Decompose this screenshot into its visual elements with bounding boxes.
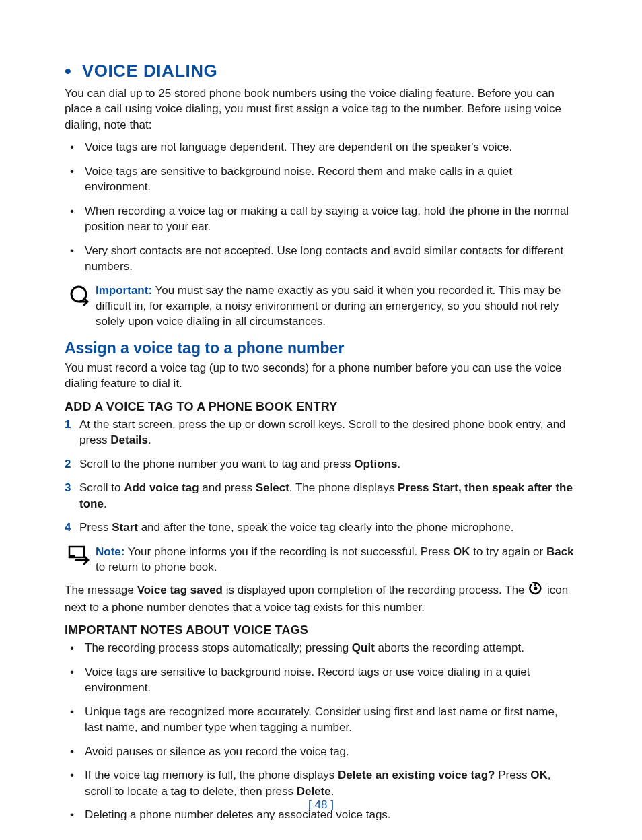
list-item: Voice tags are sensitive to background n… — [70, 664, 577, 696]
notes-bullet-list: The recording process stops automaticall… — [65, 640, 577, 823]
assign-heading: Assign a voice tag to a phone number — [65, 339, 577, 357]
important-icon — [65, 283, 96, 307]
list-item: Unique tags are recognized more accurate… — [70, 704, 577, 736]
step-item: Scroll to the phone number you want to t… — [65, 456, 577, 472]
voice-tag-icon — [529, 582, 542, 599]
notes-heading: IMPORTANT NOTES ABOUT VOICE TAGS — [65, 623, 577, 637]
section-heading-row: • VOICE DIALING — [65, 61, 577, 85]
list-item: Avoid pauses or silence as you record th… — [70, 744, 577, 759]
note-callout: Note: Your phone informs you if the reco… — [65, 544, 577, 575]
important-label: Important: — [96, 284, 152, 297]
note-text: Note: Your phone informs you if the reco… — [96, 544, 577, 575]
list-item: Voice tags are not language dependent. T… — [70, 139, 577, 155]
assign-intro: You must record a voice tag (up to two s… — [65, 360, 577, 392]
section-heading: VOICE DIALING — [82, 61, 218, 81]
list-item: When recording a voice tag or making a c… — [70, 203, 577, 235]
add-heading: ADD A VOICE TAG TO A PHONE BOOK ENTRY — [65, 400, 577, 414]
step-item: Scroll to Add voice tag and press Select… — [65, 480, 577, 512]
important-body: You must say the name exactly as you sai… — [96, 284, 561, 328]
important-text: Important: You must say the name exactly… — [96, 283, 577, 330]
important-callout: Important: You must say the name exactly… — [65, 283, 577, 330]
svg-rect-2 — [69, 555, 75, 557]
list-item: If the voice tag memory is full, the pho… — [70, 767, 577, 799]
document-page: • VOICE DIALING You can dial up to 25 st… — [0, 0, 642, 840]
list-item: Voice tags are sensitive to background n… — [70, 164, 577, 195]
list-item: The recording process stops automaticall… — [70, 640, 577, 656]
step-item: Press Start and after the tone, speak th… — [65, 520, 577, 535]
note-label: Note: — [96, 545, 124, 558]
list-item: Very short contacts are not accepted. Us… — [70, 243, 577, 275]
saved-paragraph: The message Voice tag saved is displayed… — [65, 582, 577, 615]
note-icon — [65, 544, 96, 565]
steps-list: At the start screen, press the up or dow… — [65, 417, 577, 536]
page-number: [ 48 ] — [0, 798, 642, 812]
step-item: At the start screen, press the up or dow… — [65, 417, 577, 448]
intro-bullet-list: Voice tags are not language dependent. T… — [65, 139, 577, 274]
svg-point-3 — [534, 587, 538, 590]
bullet-icon: • — [65, 62, 71, 81]
intro-paragraph: You can dial up to 25 stored phone book … — [65, 85, 577, 133]
